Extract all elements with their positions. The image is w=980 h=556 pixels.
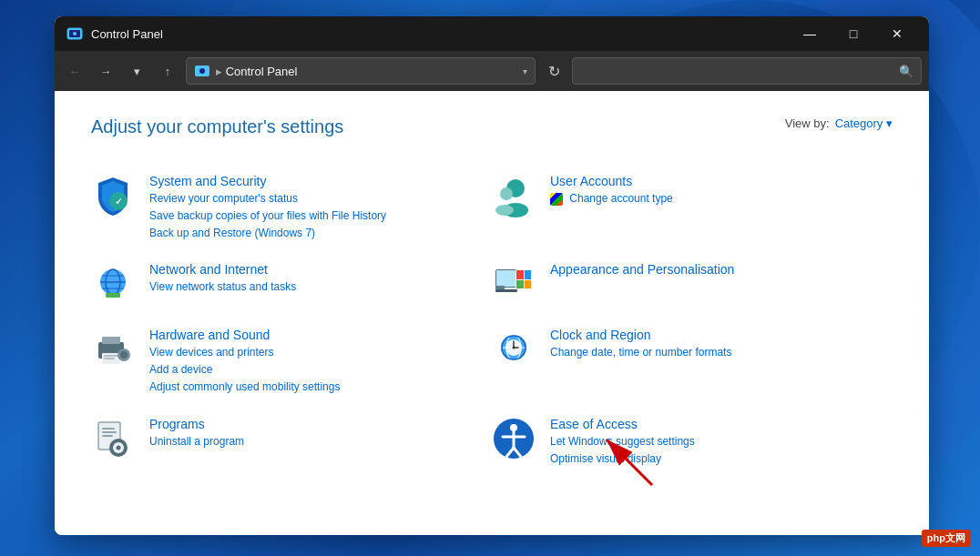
category-clock-region[interactable]: Clock and Region Change date, time or nu…: [492, 317, 893, 405]
network-internet-content: Network and Internet View network status…: [149, 262, 492, 295]
svg-rect-22: [516, 270, 524, 279]
category-appearance[interactable]: Appearance and Personalisation: [492, 251, 893, 317]
minimize-button[interactable]: —: [789, 20, 831, 47]
svg-point-4: [199, 68, 205, 74]
hardware-sound-links: View devices and printers Add a device A…: [149, 345, 492, 394]
svg-rect-45: [102, 435, 113, 437]
system-security-links: Review your computer's status Save backu…: [149, 191, 492, 240]
category-programs[interactable]: Programs Uninstall a program: [91, 406, 492, 478]
svg-rect-27: [102, 337, 120, 344]
window-icon: [66, 25, 84, 43]
user-accounts-content: User Accounts Change account type: [550, 174, 893, 207]
programs-links: Uninstall a program: [149, 434, 492, 450]
page-title: Adjust your computer's settings: [91, 116, 343, 137]
window-title: Control Panel: [91, 27, 789, 41]
hardware-sound-title[interactable]: Hardware and Sound: [149, 328, 492, 342]
hardware-sound-link-1[interactable]: View devices and printers: [149, 345, 492, 360]
search-bar[interactable]: 🔍: [572, 57, 922, 85]
svg-rect-44: [102, 431, 117, 433]
svg-point-10: [495, 205, 514, 216]
hardware-sound-link-3[interactable]: Adjust commonly used mobility settings: [149, 379, 492, 395]
category-ease-of-access[interactable]: Ease of Access Let Windows suggest setti…: [492, 406, 893, 478]
appearance-content: Appearance and Personalisation: [550, 262, 893, 279]
ease-of-access-link-2[interactable]: Optimise visual display: [550, 451, 893, 467]
content-area: Adjust your computer's settings View by:…: [55, 91, 929, 535]
back-button[interactable]: ←: [62, 58, 87, 84]
clock-region-icon: [492, 328, 536, 371]
system-security-content: System and Security Review your computer…: [149, 174, 492, 240]
address-text: ▸ Control Panel: [216, 65, 523, 78]
ease-of-access-link-1[interactable]: Let Windows suggest settings: [550, 434, 893, 450]
close-button[interactable]: ✕: [876, 20, 918, 47]
view-by-label: View by:: [785, 116, 830, 130]
user-accounts-link-1[interactable]: Change account type: [550, 191, 893, 207]
navigation-bar: ← → ▾ ↑ ▸ Control Panel ▾ ↻ 🔍: [55, 51, 929, 91]
clock-region-link-1[interactable]: Change date, time or number formats: [550, 345, 893, 360]
clock-region-links: Change date, time or number formats: [550, 345, 893, 360]
window-controls: — □ ✕: [789, 20, 918, 47]
dropdown-button[interactable]: ▾: [124, 58, 149, 84]
up-button[interactable]: ↑: [155, 58, 180, 84]
address-icon: [194, 63, 210, 79]
ease-of-access-content: Ease of Access Let Windows suggest setti…: [550, 417, 893, 467]
hardware-sound-content: Hardware and Sound View devices and prin…: [149, 328, 492, 394]
programs-title[interactable]: Programs: [149, 417, 492, 431]
user-accounts-links: Change account type: [550, 191, 893, 207]
svg-rect-16: [106, 293, 120, 298]
ease-of-access-links: Let Windows suggest settings Optimise vi…: [550, 434, 893, 467]
network-internet-link-1[interactable]: View network status and tasks: [149, 279, 492, 295]
search-icon: 🔍: [899, 65, 914, 78]
svg-rect-24: [516, 280, 524, 288]
category-hardware-sound[interactable]: Hardware and Sound View devices and prin…: [91, 317, 492, 405]
page-header: Adjust your computer's settings View by:…: [91, 116, 893, 137]
svg-point-2: [73, 32, 77, 35]
category-user-accounts[interactable]: User Accounts Change account type: [492, 163, 893, 251]
search-input[interactable]: [580, 65, 899, 78]
user-accounts-icon: [492, 174, 536, 217]
svg-rect-43: [102, 428, 115, 430]
system-security-icon: ✓: [91, 174, 135, 217]
ease-of-access-icon: [492, 417, 536, 460]
svg-text:✓: ✓: [115, 197, 122, 207]
network-internet-links: View network status and tasks: [149, 279, 492, 295]
hardware-sound-icon: [91, 328, 135, 371]
svg-rect-19: [495, 286, 505, 289]
control-panel-window: Control Panel — □ ✕ ← → ▾ ↑ ▸ Control Pa…: [55, 16, 929, 535]
title-bar: Control Panel — □ ✕: [55, 16, 929, 51]
network-internet-title[interactable]: Network and Internet: [149, 262, 492, 277]
user-accounts-title[interactable]: User Accounts: [550, 174, 893, 188]
clock-region-title[interactable]: Clock and Region: [550, 328, 893, 342]
system-security-link-1[interactable]: Review your computer's status: [149, 191, 492, 207]
svg-rect-29: [104, 355, 118, 357]
svg-point-48: [117, 445, 121, 450]
appearance-icon: [492, 262, 536, 306]
svg-point-32: [120, 351, 128, 359]
address-bar[interactable]: ▸ Control Panel ▾: [186, 57, 536, 85]
category-network-internet[interactable]: Network and Internet View network status…: [91, 251, 492, 317]
category-system-security[interactable]: ✓ System and Security Review your comput…: [91, 163, 492, 251]
programs-content: Programs Uninstall a program: [149, 417, 492, 450]
svg-rect-30: [104, 358, 115, 359]
clock-region-content: Clock and Region Change date, time or nu…: [550, 328, 893, 360]
system-security-link-3[interactable]: Back up and Restore (Windows 7): [149, 226, 492, 241]
svg-rect-25: [525, 280, 531, 288]
ease-of-access-title[interactable]: Ease of Access: [550, 417, 893, 431]
view-by-control: View by: Category ▾: [785, 116, 893, 130]
refresh-button[interactable]: ↻: [541, 58, 567, 84]
forward-button[interactable]: →: [93, 58, 118, 84]
svg-rect-23: [525, 270, 531, 279]
maximize-button[interactable]: □: [832, 20, 874, 47]
system-security-title[interactable]: System and Security: [149, 174, 492, 188]
categories-grid: ✓ System and Security Review your comput…: [91, 163, 893, 477]
svg-point-9: [500, 187, 513, 200]
svg-rect-20: [495, 289, 517, 292]
hardware-sound-link-2[interactable]: Add a device: [149, 362, 492, 378]
php-watermark: php文网: [922, 530, 971, 547]
view-by-value[interactable]: Category ▾: [835, 116, 893, 130]
programs-link-1[interactable]: Uninstall a program: [149, 434, 492, 450]
appearance-title[interactable]: Appearance and Personalisation: [550, 262, 893, 277]
programs-icon: [91, 417, 135, 460]
address-dropdown-icon[interactable]: ▾: [523, 66, 527, 76]
network-internet-icon: [91, 262, 135, 306]
system-security-link-2[interactable]: Save backup copies of your files with Fi…: [149, 208, 492, 224]
